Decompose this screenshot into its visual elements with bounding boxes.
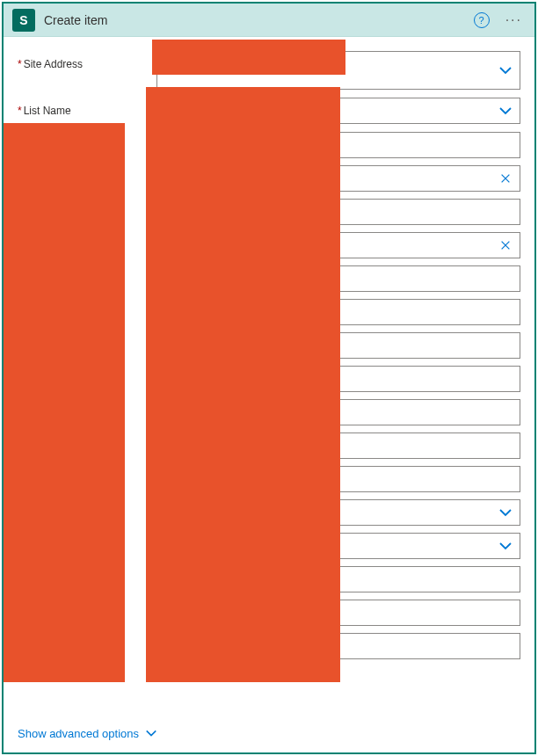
card-body: *Site Address *List Name <box>4 37 534 719</box>
redaction-block <box>4 123 125 682</box>
chevron-down-icon <box>144 726 158 740</box>
label-site-address: *Site Address <box>18 51 156 70</box>
label-list-name: *List Name <box>18 98 156 117</box>
close-icon[interactable] <box>498 171 513 185</box>
advanced-label: Show advanced options <box>18 727 139 740</box>
close-icon[interactable] <box>498 238 513 252</box>
help-label: ? <box>479 15 484 25</box>
redaction-block <box>152 40 345 75</box>
chevron-down-icon[interactable] <box>498 539 513 553</box>
required-asterisk: * <box>18 105 22 117</box>
chevron-down-icon[interactable] <box>498 505 513 520</box>
show-advanced-toggle[interactable]: Show advanced options <box>4 719 534 752</box>
chevron-down-icon[interactable] <box>498 104 513 118</box>
required-asterisk: * <box>18 58 22 70</box>
sharepoint-icon: S <box>12 9 35 32</box>
help-icon[interactable]: ? <box>474 12 490 28</box>
card-title: Create item <box>44 13 474 27</box>
redaction-block <box>146 87 340 682</box>
more-menu-icon[interactable]: ··· <box>502 12 526 28</box>
chevron-down-icon[interactable] <box>498 63 513 77</box>
card-header: S Create item ? ··· <box>4 4 534 37</box>
app-icon-letter: S <box>19 13 27 27</box>
action-card: S Create item ? ··· *Site Address <box>2 2 536 754</box>
